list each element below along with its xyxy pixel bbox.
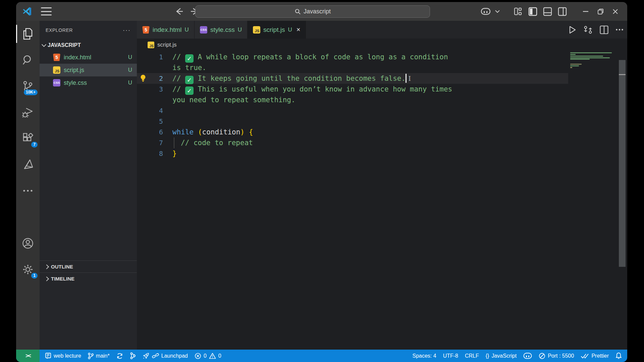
source-control-graph-item[interactable] bbox=[126, 350, 139, 362]
tab-strip: 5 index.html U CSS style.css U JS script… bbox=[137, 21, 627, 39]
code-line-3[interactable]: 3 // ✓ This is useful when you don’t kno… bbox=[137, 84, 568, 95]
breadcrumb[interactable]: JS script.js bbox=[137, 39, 627, 51]
activity-settings-gear-icon[interactable]: 1 bbox=[16, 256, 40, 283]
code-editor[interactable]: 1 // ✓ A while loop repeats a block of c… bbox=[137, 51, 627, 350]
activity-explorer-icon[interactable] bbox=[16, 21, 40, 47]
activity-source-control-icon[interactable]: 10K+ bbox=[16, 73, 40, 99]
timeline-section[interactable]: TIMELINE bbox=[40, 273, 137, 285]
lightbulb-icon[interactable] bbox=[140, 74, 146, 82]
warnings-icon bbox=[209, 353, 216, 359]
scm-badge: 10K+ bbox=[24, 89, 38, 95]
chevron-right-icon bbox=[44, 264, 49, 269]
braces-icon: {} bbox=[486, 353, 489, 359]
notifications-item[interactable] bbox=[612, 350, 625, 362]
language-mode-item[interactable]: {} JavaScript bbox=[482, 350, 520, 362]
js-file-icon: JS bbox=[253, 26, 260, 34]
check-emoji: ✓ bbox=[185, 76, 194, 84]
problems-item[interactable]: 0 0 bbox=[191, 350, 225, 362]
activity-prism-extension-icon[interactable] bbox=[16, 152, 40, 178]
rocket-icon bbox=[143, 352, 150, 359]
tab-close-icon[interactable]: × bbox=[297, 26, 301, 34]
code-line-8[interactable]: 8 } bbox=[137, 148, 568, 159]
command-center-search[interactable]: Javascript bbox=[195, 5, 430, 18]
formatter-item[interactable]: Prettier bbox=[577, 350, 612, 362]
activity-accounts-icon[interactable] bbox=[16, 230, 40, 256]
window-restore-button[interactable] bbox=[593, 2, 608, 21]
code-line-3-wrap[interactable]: you need to repeat something. bbox=[137, 95, 568, 105]
js-file-icon: JS bbox=[148, 42, 154, 48]
eol-item[interactable]: CRLF bbox=[462, 350, 482, 362]
circle-slash-icon bbox=[539, 353, 545, 359]
activity-extensions-icon[interactable]: 7 bbox=[16, 125, 40, 152]
breadcrumb-file: script.js bbox=[157, 42, 177, 48]
code-line-5[interactable]: 5 bbox=[137, 116, 568, 127]
run-code-icon[interactable] bbox=[569, 26, 576, 34]
code-line-1-wrap[interactable]: is true. bbox=[137, 62, 568, 73]
sync-icon bbox=[116, 353, 123, 359]
copilot-icon bbox=[523, 353, 532, 359]
commit-graph-icon bbox=[130, 352, 136, 359]
menu-hamburger-icon[interactable] bbox=[41, 7, 52, 15]
editor-scrollbar[interactable] bbox=[618, 51, 627, 350]
workspace-item[interactable]: web lecture bbox=[42, 350, 85, 362]
status-bar: >< web lecture main* bbox=[16, 350, 627, 362]
nav-back-icon[interactable] bbox=[174, 7, 184, 16]
live-server-port-item[interactable]: Port : 5500 bbox=[535, 350, 577, 362]
toggle-secondary-sidebar-icon[interactable] bbox=[555, 2, 570, 21]
tab-script-js[interactable]: JS script.js U × bbox=[248, 21, 306, 39]
remote-indicator[interactable]: >< bbox=[16, 350, 40, 362]
git-status-badge: U bbox=[238, 26, 242, 33]
toggle-primary-sidebar-icon[interactable] bbox=[525, 2, 540, 21]
activity-search-icon[interactable] bbox=[16, 47, 40, 73]
open-changes-icon[interactable] bbox=[584, 25, 592, 34]
activity-more-icon[interactable] bbox=[16, 178, 40, 204]
encoding-item[interactable]: UTF-8 bbox=[440, 350, 462, 362]
vscode-logo-icon bbox=[22, 6, 32, 16]
activity-bar: 10K+ 7 bbox=[16, 21, 40, 350]
code-line-2[interactable]: 2 // ✓ It keeps going until the conditio… bbox=[137, 73, 568, 84]
tab-index-html[interactable]: 5 index.html U bbox=[137, 21, 195, 39]
js-file-icon: JS bbox=[53, 66, 60, 74]
git-status-badge: U bbox=[128, 54, 132, 61]
code-line-4[interactable]: 4 bbox=[137, 105, 568, 116]
explorer-actions-icon[interactable]: ··· bbox=[123, 27, 131, 34]
launchpad-item[interactable]: Launchpad bbox=[139, 350, 191, 362]
bell-icon bbox=[615, 352, 622, 359]
title-bar: Javascript bbox=[16, 2, 627, 21]
git-branch-item[interactable]: main* bbox=[85, 350, 113, 362]
scrollbar-thumb[interactable] bbox=[619, 60, 626, 267]
activity-run-debug-icon[interactable] bbox=[16, 99, 40, 125]
mouse-ibeam-pointer: I bbox=[409, 73, 411, 84]
indent-guide bbox=[174, 137, 174, 148]
sync-changes-item[interactable] bbox=[113, 350, 126, 362]
toggle-panel-icon[interactable] bbox=[540, 2, 555, 21]
css-file-icon: CSS bbox=[53, 79, 60, 86]
minimap[interactable] bbox=[570, 52, 614, 82]
outline-section[interactable]: OUTLINE bbox=[40, 260, 137, 273]
chevron-right-icon bbox=[44, 276, 49, 281]
copilot-status-item[interactable] bbox=[520, 350, 535, 362]
git-status-badge: U bbox=[128, 79, 132, 86]
file-item-style-css[interactable]: CSS style.css U bbox=[40, 76, 137, 89]
customize-layout-icon[interactable] bbox=[511, 2, 525, 21]
code-line-1[interactable]: 1 // ✓ A while loop repeats a block of c… bbox=[137, 52, 568, 62]
editor-more-actions-icon[interactable] bbox=[616, 29, 623, 31]
error-count: 0 bbox=[204, 353, 207, 359]
chevron-down-icon[interactable] bbox=[493, 2, 502, 21]
code-line-6[interactable]: 6 while (condition) { bbox=[137, 127, 568, 137]
copilot-icon[interactable] bbox=[478, 2, 493, 21]
code-line-7[interactable]: 7 // code to repeat bbox=[137, 137, 568, 148]
window-minimize-button[interactable] bbox=[578, 2, 593, 21]
tab-style-css[interactable]: CSS style.css U bbox=[195, 21, 248, 39]
folder-javascript[interactable]: JAVASCRIPT bbox=[40, 40, 137, 51]
file-item-script-js[interactable]: JS script.js U bbox=[40, 64, 137, 76]
file-item-index-html[interactable]: 5 index.html U bbox=[40, 51, 137, 64]
chevron-down-icon bbox=[42, 42, 46, 47]
indentation-item[interactable]: Spaces: 4 bbox=[409, 350, 439, 362]
explorer-sidebar: EXPLORER ··· JAVASCRIPT 5 index.html U J… bbox=[40, 21, 137, 350]
git-status-badge: U bbox=[288, 26, 292, 33]
window-close-button[interactable] bbox=[608, 2, 623, 21]
link-icon bbox=[152, 353, 159, 359]
split-editor-icon[interactable] bbox=[600, 25, 608, 34]
search-icon bbox=[294, 8, 301, 15]
